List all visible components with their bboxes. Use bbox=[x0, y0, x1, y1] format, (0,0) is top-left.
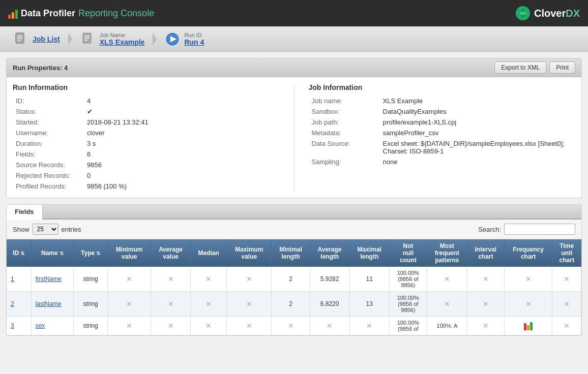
x-icon: ✕ bbox=[246, 322, 252, 330]
id-value: 4 bbox=[84, 96, 280, 106]
table-header: ID ⇅ Name ⇅ Type ⇅ Minimumvalue Averagev… bbox=[7, 239, 581, 267]
run-info-source-row: Source Records: 9856 bbox=[13, 160, 280, 170]
table-row: 2 lastName string ✕ ✕ ✕ ✕ 2 6.8220 13 10… bbox=[7, 292, 581, 317]
cell-median: ✕ bbox=[191, 317, 227, 335]
run-info-section: Run Information ID: 4 Status: ✔ Started:… bbox=[13, 83, 280, 192]
run-id-sublabel: Run ID bbox=[184, 32, 204, 38]
breadcrumb-job-list[interactable]: Job List bbox=[8, 26, 68, 51]
x-icon: ✕ bbox=[483, 275, 489, 283]
clover-logo: CloverDX bbox=[515, 5, 580, 21]
x-icon: ✕ bbox=[168, 275, 174, 283]
cell-median: ✕ bbox=[191, 267, 227, 292]
bar-green bbox=[530, 322, 533, 330]
app-title-main: Data Profiler bbox=[21, 8, 75, 19]
tab-fields[interactable]: Fields bbox=[7, 205, 43, 220]
bar1 bbox=[8, 15, 11, 19]
th-most-frequent: Mostfrequentpatterns bbox=[427, 239, 467, 267]
job-name-val: XLS Example bbox=[380, 96, 576, 106]
row1-id-link[interactable]: 1 bbox=[11, 275, 14, 283]
cell-time-chart: ✕ bbox=[552, 292, 581, 317]
cell-avg-len: 5.9282 bbox=[310, 267, 349, 292]
job-name-value[interactable]: XLS Example bbox=[100, 38, 145, 46]
print-button[interactable]: Print bbox=[549, 61, 575, 74]
job-path-label: Job path: bbox=[309, 117, 380, 128]
x-icon: ✕ bbox=[205, 322, 212, 330]
table-controls: Show 25 50 100 entries Search: bbox=[7, 220, 581, 239]
status-value: ✔ bbox=[84, 106, 280, 117]
cell-max-val: ✕ bbox=[227, 317, 272, 335]
x-icon: ✕ bbox=[205, 300, 212, 308]
row1-name-link[interactable]: firstName bbox=[36, 275, 62, 283]
cell-avg-val: ✕ bbox=[151, 317, 191, 335]
x-icon: ✕ bbox=[126, 275, 132, 283]
fields-table: ID ⇅ Name ⇅ Type ⇅ Minimumvalue Averagev… bbox=[7, 239, 581, 335]
entries-select[interactable]: 25 50 100 bbox=[33, 224, 58, 235]
run-id-value[interactable]: Run 4 bbox=[184, 38, 204, 46]
run-info-username-row: Username: clover bbox=[13, 128, 280, 138]
breadcrumb-run-id[interactable]: Run ID Run 4 bbox=[153, 26, 212, 51]
row2-name-link[interactable]: lastName bbox=[36, 300, 62, 307]
run-info-title: Run Information bbox=[13, 83, 280, 91]
cell-time-chart: ✕ bbox=[552, 267, 581, 292]
job-info-title: Job Information bbox=[309, 83, 576, 91]
cell-freq-chart: ✕ bbox=[504, 292, 552, 317]
show-entries-control: Show 25 50 100 entries bbox=[13, 224, 81, 235]
search-label: Search: bbox=[478, 226, 501, 233]
job-list-label[interactable]: Job List bbox=[33, 35, 60, 43]
x-icon: ✕ bbox=[444, 300, 450, 308]
cell-name: sex bbox=[31, 317, 73, 335]
th-name[interactable]: Name ⇅ bbox=[31, 239, 73, 267]
header-row: ID ⇅ Name ⇅ Type ⇅ Minimumvalue Averagev… bbox=[7, 239, 581, 267]
search-input[interactable] bbox=[504, 224, 575, 235]
duration-value: 3 s bbox=[84, 138, 280, 149]
cloverdx-label: CloverDX bbox=[534, 8, 580, 19]
x-icon: ✕ bbox=[327, 322, 333, 330]
th-not-null: Notnullcount bbox=[390, 239, 427, 267]
metadata-value: sampleProfiler_csv bbox=[380, 128, 576, 138]
cell-freq-chart[interactable] bbox=[504, 317, 552, 335]
run-properties-panel: Run Properties: 4 Export to XML Print Ru… bbox=[6, 58, 582, 198]
row2-id-link[interactable]: 2 bbox=[11, 300, 14, 307]
x-icon: ✕ bbox=[288, 322, 294, 330]
table-container: ID ⇅ Name ⇅ Type ⇅ Minimumvalue Averagev… bbox=[7, 239, 581, 335]
cell-min-len: 2 bbox=[272, 267, 310, 292]
cell-id: 3 bbox=[7, 317, 31, 335]
fields-tab-bar: Fields bbox=[7, 205, 581, 220]
row3-id-link[interactable]: 3 bbox=[11, 322, 14, 329]
cell-type: string bbox=[73, 317, 107, 335]
run-info-table: ID: 4 Status: ✔ Started: 2018-08-21 13:3… bbox=[13, 96, 280, 192]
sandbox-label: Sandbox: bbox=[309, 106, 380, 117]
th-frequency-chart: Frequencychart bbox=[504, 239, 552, 267]
job-path-value: profile/example1-XLS.cpj bbox=[380, 117, 576, 128]
cell-avg-len: ✕ bbox=[310, 317, 349, 335]
job-info-sampling-row: Sampling: none bbox=[309, 157, 576, 167]
cell-max-len: 13 bbox=[349, 292, 389, 317]
sandbox-value: DataQualityExamples bbox=[380, 106, 576, 117]
breadcrumb-job-name[interactable]: Job Name XLS Example bbox=[68, 26, 153, 51]
frequency-chart-mini bbox=[509, 321, 548, 330]
x-icon: ✕ bbox=[168, 300, 174, 308]
duration-label: Duration: bbox=[13, 138, 84, 149]
run-properties-header: Run Properties: 4 Export to XML Print bbox=[7, 58, 581, 77]
cell-most-freq: 100%: A bbox=[427, 317, 467, 335]
sampling-label: Sampling: bbox=[309, 157, 380, 167]
cell-name: lastName bbox=[31, 292, 73, 317]
run-properties-title: Run Properties: 4 bbox=[13, 64, 68, 72]
sort-icon-type: ⇅ bbox=[96, 251, 100, 256]
table-row: 3 sex string ✕ ✕ ✕ ✕ ✕ ✕ ✕ 100.00%(9856 … bbox=[7, 317, 581, 335]
cell-id: 1 bbox=[7, 267, 31, 292]
th-max-value: Maximumvalue bbox=[227, 239, 272, 267]
profiled-records-label: Profiled Records: bbox=[13, 181, 84, 192]
x-icon: ✕ bbox=[444, 275, 450, 283]
job-list-icon bbox=[13, 32, 28, 47]
started-label: Started: bbox=[13, 117, 84, 128]
export-xml-button[interactable]: Export to XML bbox=[494, 61, 546, 74]
breadcrumb-bar: Job List Job Name XLS Example Run ID Run… bbox=[0, 26, 588, 52]
rejected-records-label: Rejected Records: bbox=[13, 170, 84, 181]
th-id[interactable]: ID ⇅ bbox=[7, 239, 31, 267]
cell-type: string bbox=[73, 292, 107, 317]
th-type[interactable]: Type ⇅ bbox=[73, 239, 107, 267]
job-info-table: Job name: XLS Example Sandbox: DataQuali… bbox=[309, 96, 576, 167]
table-body: 1 firstName string ✕ ✕ ✕ ✕ 2 5.9282 11 1… bbox=[7, 267, 581, 335]
row3-name-link[interactable]: sex bbox=[36, 322, 45, 329]
